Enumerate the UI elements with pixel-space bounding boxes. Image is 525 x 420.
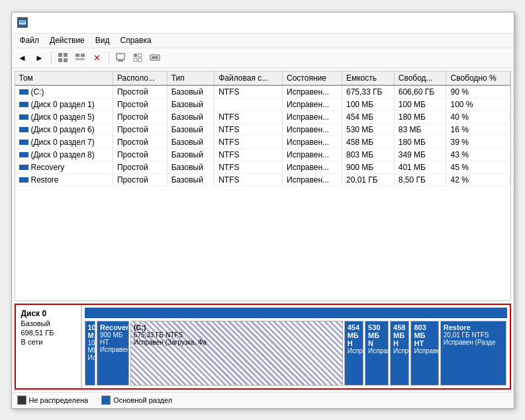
disk-icon [19,177,28,183]
partition[interactable]: Restore 20,01 ГБ NTFS Исправен (Разде [440,321,507,386]
cell-svobodno-pct: 40 % [446,110,510,123]
col-fs[interactable]: Файловая с... [215,71,283,85]
cell-svobodno: 401 МБ [394,161,446,173]
table-row[interactable]: (Диск 0 раздел 8) Простой Базовый NTFS И… [15,148,510,161]
partition-status: Исправе [348,347,360,355]
partition[interactable]: 454 МБ Н Исправе [344,321,363,386]
cell-sostoyanie: Исправен... [283,136,342,148]
table-row[interactable]: (C:) Простой Базовый NTFS Исправен... 67… [15,85,510,99]
partition-name: 803 МБ НТ [414,323,435,347]
partition[interactable]: 803 МБ НТ Исправен [410,321,438,386]
svg-rect-10 [75,58,85,59]
cell-tom: (Диск 0 раздел 1) [15,98,113,110]
table-row[interactable]: (Диск 0 раздел 5) Простой Базовый NTFS И… [15,110,510,123]
col-emkost[interactable]: Емкость [342,71,394,85]
close-button[interactable] [478,13,508,32]
partition-status: Исправен (Разде [444,339,504,346]
col-tip[interactable]: Тип [167,71,214,85]
col-svobodno[interactable]: Свобод... [394,71,446,85]
partition[interactable]: 530 МБ N Исправе [365,321,389,386]
col-sostoyanie[interactable]: Состояние [283,71,342,85]
menu-help[interactable]: Справка [115,34,157,46]
cell-sostoyanie: Исправен... [283,110,342,123]
cell-tom: Restore [15,173,113,186]
cell-fs: NTFS [215,110,283,123]
cell-raspolozhenie: Простой [113,110,167,123]
partition-name: (C:) [134,323,340,331]
cell-tom: Recovery [15,161,113,173]
table-row[interactable]: Recovery Простой Базовый NTFS Исправен..… [15,161,510,173]
cell-tom: (Диск 0 раздел 8) [15,148,113,161]
partition-size: 675,33 ГБ NTFS [134,331,340,339]
menu-bar: Файл Действие Вид Справка [12,34,514,48]
toolbar-btn-5[interactable]: ✕ [89,50,105,65]
cell-svobodno: 8,50 ГБ [394,173,446,186]
minimize-button[interactable] [414,13,445,32]
toolbar-btn-4[interactable] [72,50,88,65]
disk-table-section[interactable]: Том Располо... Тип Файловая с... Состоян… [15,71,511,301]
toolbar-btn-3[interactable] [55,50,71,65]
toolbar-btn-8[interactable] [147,50,163,65]
cell-svobodno: 83 МБ [394,123,446,136]
cell-tom: (Диск 0 раздел 6) [15,123,113,136]
menu-file[interactable]: Файл [15,34,45,46]
partition[interactable]: 458 МБ Н Исправе [390,321,409,386]
cell-svobodno: 180 МБ [394,136,446,148]
cell-emkost: 100 МБ [342,98,394,110]
cell-tip: Базовый [167,161,214,173]
toolbar-separator-1 [51,52,52,63]
partition-name: 458 МБ Н [393,323,406,347]
table-row[interactable]: Restore Простой Базовый NTFS Исправен...… [15,173,510,186]
svg-rect-4 [58,53,62,57]
legend-item-unallocated: Не распределена [17,396,89,405]
partition-name: 530 МБ N [368,323,385,347]
cell-svobodno-pct: 16 % [446,123,510,136]
menu-action[interactable]: Действие [44,34,90,46]
svg-rect-9 [81,54,85,57]
col-raspolozhenie[interactable]: Располо... [113,71,167,85]
cell-svobodno-pct: 45 % [446,161,510,173]
cell-svobodno-pct: 43 % [446,148,510,161]
maximize-button[interactable] [446,13,477,32]
menu-view[interactable]: Вид [90,34,115,46]
partition[interactable]: Recovery 900 МБ НТ Исправен [97,321,129,386]
cell-fs: NTFS [215,136,283,148]
toolbar-btn-6[interactable] [113,50,128,65]
forward-button[interactable]: ► [32,50,48,65]
cell-sostoyanie: Исправен... [283,161,342,173]
table-header-row: Том Располо... Тип Файловая с... Состоян… [15,71,510,85]
table-row[interactable]: (Диск 0 раздел 6) Простой Базовый NTFS И… [15,123,510,136]
cell-emkost: 20,01 ГБ [342,173,394,186]
partition-status: Испра [88,354,92,361]
col-svobodno-pct[interactable]: Свободно % [446,71,510,85]
cell-sostoyanie: Исправен... [283,98,342,110]
cell-tip: Базовый [167,123,214,136]
back-button[interactable]: ◄ [15,50,30,65]
toolbar-btn-7[interactable] [130,50,146,65]
partition[interactable]: (C:) 675,33 ГБ NTFS Исправен (Загрузка, … [130,321,343,386]
cell-emkost: 530 МБ [342,123,394,136]
svg-rect-2 [20,21,25,22]
main-content: Том Располо... Тип Файловая с... Состоян… [12,68,514,392]
partition-name: 100 М [88,323,92,339]
svg-rect-12 [117,54,124,60]
legend-box-unallocated [17,396,26,405]
cell-sostoyanie: Исправен... [283,173,342,186]
partition-status: Исправен (Загрузка, Фа [134,339,340,346]
cell-emkost: 675,33 ГБ [342,85,394,99]
col-tom[interactable]: Том [15,71,113,85]
legend: Не распределена Основной раздел [12,392,514,408]
cell-raspolozhenie: Простой [113,136,167,148]
svg-rect-5 [64,53,68,57]
table-row[interactable]: (Диск 0 раздел 1) Простой Базовый Исправ… [15,98,510,110]
cell-raspolozhenie: Простой [113,161,167,173]
cell-svobodno-pct: 100 % [446,98,510,110]
svg-rect-7 [64,58,68,62]
cell-fs [215,98,283,110]
cell-raspolozhenie: Простой [113,85,167,99]
partition[interactable]: 100 М 100 МБ Испра [85,321,95,386]
partition-name: Recovery [100,323,126,331]
toolbar: ◄ ► ✕ [12,48,514,68]
table-row[interactable]: (Диск 0 раздел 7) Простой Базовый NTFS И… [15,136,510,148]
cell-tip: Базовый [167,110,214,123]
